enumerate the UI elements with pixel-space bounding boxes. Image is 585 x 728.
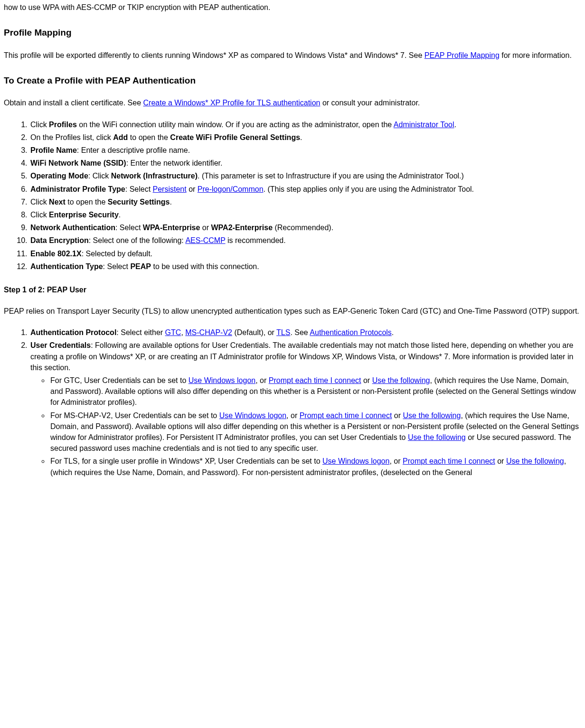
bold: Operating Mode	[30, 172, 88, 180]
heading-step1-peap-user: Step 1 of 2: PEAP User	[4, 284, 581, 295]
text: or	[495, 457, 506, 465]
text: .	[170, 198, 171, 206]
text: : Select	[125, 185, 153, 193]
link-use-windows-logon[interactable]: Use Windows logon	[322, 457, 389, 465]
bold: Authentication Protocol	[30, 328, 116, 336]
list-item: WiFi Network Name (SSID): Enter the netw…	[29, 158, 581, 168]
link-admin-tool[interactable]: Administrator Tool	[394, 121, 454, 129]
list-item: Data Encryption: Select one of the follo…	[29, 235, 581, 246]
text: to open the	[128, 133, 170, 141]
intro-fragment: how to use WPA with AES-CCMP or TKIP enc…	[4, 2, 581, 13]
paragraph-obtain-cert: Obtain and install a client certificate.…	[4, 97, 581, 108]
text: (Default), or	[232, 328, 276, 336]
text: to be used with this connection.	[151, 262, 259, 271]
text: : Select either	[116, 328, 165, 336]
text: (Recommended).	[273, 224, 333, 232]
text: : Select one of the following:	[89, 236, 186, 244]
link-tls[interactable]: TLS	[276, 328, 290, 336]
text: : Following are available options for Us…	[30, 341, 573, 371]
bold: Add	[113, 133, 128, 141]
text: For TLS, for a single user profile in Wi…	[50, 457, 322, 465]
text: . (This step applies only if you are usi…	[264, 185, 474, 193]
text: , or	[389, 457, 403, 465]
bold: Administrator Profile Type	[30, 185, 125, 193]
bold: WPA2-Enterprise	[211, 224, 273, 232]
link-persistent[interactable]: Persistent	[153, 185, 187, 193]
bold: User Credentials	[30, 341, 91, 349]
bold: Enable 802.1X	[30, 250, 82, 258]
text: Obtain and install a client certificate.…	[4, 99, 143, 107]
link-use-the-following[interactable]: Use the following	[403, 411, 461, 420]
list-item: Click Enterprise Security.	[29, 209, 581, 220]
text: Click	[30, 198, 49, 206]
text: .	[119, 211, 121, 219]
link-aes-ccmp[interactable]: AES-CCMP	[185, 236, 225, 244]
text: : Click	[88, 172, 111, 180]
link-use-the-following[interactable]: Use the following	[506, 457, 564, 465]
text: or	[187, 185, 198, 193]
sub-list: For GTC, User Credentials can be set to …	[30, 375, 581, 478]
link-prompt-each-time[interactable]: Prompt each time I connect	[300, 411, 392, 420]
text: : Selected by default.	[82, 250, 152, 258]
list-item: Network Authentication: Select WPA-Enter…	[29, 222, 581, 233]
text: . (This parameter is set to Infrastructu…	[198, 172, 464, 180]
link-use-the-following[interactable]: Use the following	[372, 376, 430, 384]
text: : Enter the network identifier.	[126, 159, 223, 167]
list-item: Operating Mode: Click Network (Infrastru…	[29, 170, 581, 181]
paragraph-peap-relies: PEAP relies on Transport Layer Security …	[4, 306, 581, 317]
list-item: Click Profiles on the WiFi connection ut…	[29, 119, 581, 130]
list-item: For MS-CHAP-V2, User Credentials can be …	[49, 410, 581, 454]
text: On the Profiles list, click	[30, 133, 113, 141]
text: : Select	[103, 262, 131, 271]
heading-profile-mapping: Profile Mapping	[4, 26, 581, 39]
text: .	[392, 328, 394, 336]
text: for more information.	[500, 51, 572, 59]
text: Click	[30, 121, 49, 129]
text: , or	[286, 411, 300, 420]
list-item: For TLS, for a single user profile in Wi…	[49, 456, 581, 477]
text: or	[392, 411, 403, 420]
text: This profile will be exported differentl…	[4, 51, 425, 59]
text: is recommended.	[226, 236, 286, 244]
link-gtc[interactable]: GTC	[165, 328, 181, 336]
bold: PEAP	[130, 262, 151, 271]
bold: Next	[49, 198, 66, 206]
link-use-the-following[interactable]: Use the following	[408, 433, 466, 441]
bold: WiFi Network Name (SSID)	[30, 159, 126, 167]
bold: Network (Infrastructure)	[111, 172, 198, 180]
list-item: On the Profiles list, click Add to open …	[29, 132, 581, 143]
link-peap-profile-mapping[interactable]: PEAP Profile Mapping	[425, 51, 500, 59]
bold: Profile Name	[30, 146, 77, 154]
link-ms-chap-v2[interactable]: MS-CHAP-V2	[185, 328, 232, 336]
link-use-windows-logon[interactable]: Use Windows logon	[189, 376, 255, 384]
bold: WPA-Enterprise	[143, 224, 200, 232]
link-prompt-each-time[interactable]: Prompt each time I connect	[269, 376, 361, 384]
text: , or	[255, 376, 269, 384]
text: or	[200, 224, 211, 232]
list-item: Administrator Profile Type: Select Persi…	[29, 184, 581, 195]
text: ,	[181, 328, 185, 336]
bold: Authentication Type	[30, 262, 103, 271]
text: Click	[30, 211, 49, 219]
list-item: Click Next to open the Security Settings…	[29, 196, 581, 207]
link-use-windows-logon[interactable]: Use Windows logon	[219, 411, 286, 420]
text: on the WiFi connection utility main wind…	[77, 121, 394, 129]
link-tls-auth[interactable]: Create a Windows* XP Profile for TLS aut…	[143, 99, 321, 107]
link-prelogon-common[interactable]: Pre-logon/Common	[198, 185, 264, 193]
list-item: Authentication Type: Select PEAP to be u…	[29, 261, 581, 272]
text: .	[300, 133, 302, 141]
text: or	[361, 376, 372, 384]
text: For MS-CHAP-V2, User Credentials can be …	[50, 411, 219, 420]
text: : Enter a descriptive profile name.	[77, 146, 190, 154]
bold: Profiles	[49, 121, 77, 129]
bold: Network Authentication	[30, 224, 115, 232]
text: : Select	[115, 224, 143, 232]
bold: Create WiFi Profile General Settings	[170, 133, 300, 141]
bold: Enterprise Security	[49, 211, 119, 219]
text: For GTC, User Credentials can be set to	[50, 376, 189, 384]
link-auth-protocols[interactable]: Authentication Protocols	[310, 328, 392, 336]
paragraph-profile-mapping: This profile will be exported differentl…	[4, 50, 581, 61]
text: .	[454, 121, 456, 129]
link-prompt-each-time[interactable]: Prompt each time I connect	[403, 457, 495, 465]
list-item: User Credentials: Following are availabl…	[29, 340, 581, 477]
